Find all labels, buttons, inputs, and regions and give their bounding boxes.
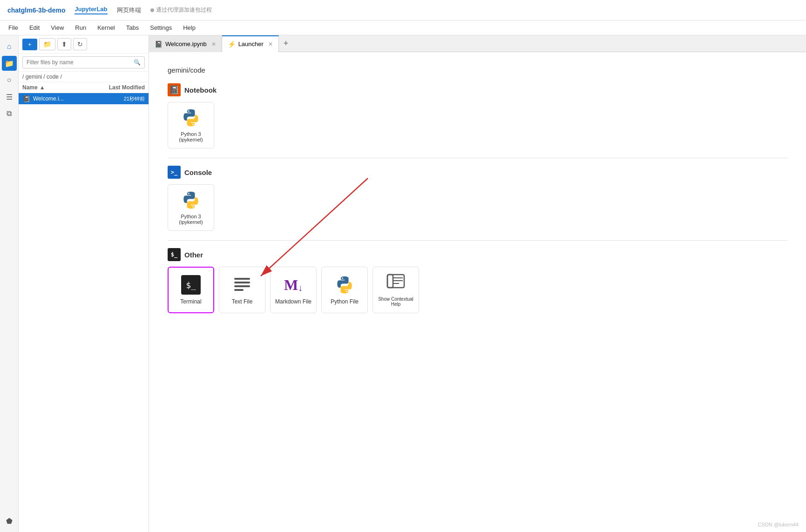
card-python3-notebook-label: Python 3(ipykernel) bbox=[179, 131, 203, 142]
file-row[interactable]: 📓 Welcome.i... 21秒钟前 bbox=[19, 93, 149, 104]
card-contextual-help[interactable]: Show Contextual Help bbox=[373, 267, 419, 313]
annotation-container: $_ Terminal Text F bbox=[168, 267, 787, 313]
card-python3-console[interactable]: Python 3(ipykernel) bbox=[168, 184, 214, 231]
main-layout: ⌂ 📁 ○ ☰ ⧉ ⬟ + + 📁 ⬆ ↻ 🔍 / gemini / code … bbox=[0, 35, 806, 532]
svg-rect-4 bbox=[234, 285, 250, 287]
tab-jupyterlab[interactable]: JupyterLab bbox=[75, 6, 107, 14]
tab-welcome-label: Welcome.ipynb bbox=[165, 40, 207, 47]
notebook-section-label: Notebook bbox=[184, 86, 217, 94]
file-name: Welcome.i... bbox=[33, 95, 103, 102]
tab-webterminal[interactable]: 网页终端 bbox=[117, 6, 141, 14]
menu-kernel[interactable]: Kernel bbox=[93, 22, 120, 33]
sidebar-icon-circle[interactable]: ○ bbox=[2, 73, 17, 88]
notebook-cards: Python 3(ipykernel) bbox=[168, 102, 787, 148]
card-text-file[interactable]: Text File bbox=[219, 267, 265, 313]
add-tab-button[interactable]: + bbox=[279, 39, 293, 48]
card-markdown-file-label: Markdown File bbox=[275, 298, 312, 305]
status-dot bbox=[150, 8, 154, 12]
card-python3-console-label: Python 3(ipykernel) bbox=[179, 214, 203, 225]
sidebar-icon-puzzle[interactable]: ⧉ bbox=[2, 106, 17, 121]
menu-tabs[interactable]: Tabs bbox=[122, 22, 143, 33]
search-bar: 🔍 bbox=[19, 54, 149, 72]
app-name: chatglm6-3b-demo bbox=[7, 7, 65, 14]
file-list: 📓 Welcome.i... 21秒钟前 bbox=[19, 93, 149, 532]
other-cards: $_ Terminal Text F bbox=[168, 267, 787, 313]
tab-welcome[interactable]: 📓 Welcome.ipynb ✕ bbox=[149, 35, 222, 52]
divider-other bbox=[168, 240, 787, 241]
console-section-icon: >_ bbox=[168, 166, 181, 179]
menu-view[interactable]: View bbox=[46, 22, 68, 33]
text-file-icon bbox=[232, 275, 252, 295]
card-terminal[interactable]: $_ Terminal bbox=[168, 267, 214, 313]
menu-run[interactable]: Run bbox=[70, 22, 91, 33]
tab-launcher-label: Launcher bbox=[238, 40, 264, 47]
search-input[interactable] bbox=[27, 59, 129, 66]
card-python3-notebook[interactable]: Python 3(ipykernel) bbox=[168, 102, 214, 148]
card-python-file-label: Python File bbox=[331, 298, 359, 305]
tab-launcher[interactable]: ⚡ Launcher ✕ bbox=[222, 35, 279, 52]
section-notebook: 📓 Notebook bbox=[168, 83, 787, 96]
tab-welcome-close[interactable]: ✕ bbox=[211, 41, 216, 47]
card-python-file[interactable]: Python File bbox=[321, 267, 368, 313]
python-icon-notebook bbox=[181, 108, 201, 128]
file-panel-toolbar: + + 📁 ⬆ ↻ bbox=[19, 35, 149, 54]
other-section-label: Other bbox=[184, 251, 203, 259]
tab-launcher-icon: ⚡ bbox=[228, 40, 236, 48]
plus-icon: + bbox=[28, 41, 32, 48]
contextual-icon-svg bbox=[386, 273, 406, 293]
menu-bar: File Edit View Run Kernel Tabs Settings … bbox=[0, 20, 806, 35]
sidebar-icon-home[interactable]: ⌂ bbox=[2, 39, 17, 54]
title-bar: chatglm6-3b-demo JupyterLab 网页终端 通过代理源加速… bbox=[0, 0, 806, 20]
card-contextual-help-label: Show Contextual Help bbox=[377, 296, 415, 307]
svg-rect-2 bbox=[234, 278, 250, 280]
menu-help[interactable]: Help bbox=[178, 22, 200, 33]
section-other: $_ Other bbox=[168, 248, 787, 261]
card-text-file-label: Text File bbox=[232, 298, 253, 305]
launcher: gemini/code 📓 Notebook Python 3(ipykerne… bbox=[149, 52, 806, 532]
sidebar-icon-list[interactable]: ☰ bbox=[2, 89, 17, 104]
menu-edit[interactable]: Edit bbox=[25, 22, 44, 33]
python-icon-console bbox=[181, 190, 201, 210]
new-file-button[interactable]: + + bbox=[22, 39, 37, 50]
console-section-label: Console bbox=[184, 168, 212, 176]
tab-welcome-icon: 📓 bbox=[155, 40, 163, 48]
text-file-svg bbox=[232, 275, 252, 295]
search-icon: 🔍 bbox=[134, 59, 141, 66]
new-folder-button[interactable]: 📁 bbox=[39, 38, 55, 50]
file-panel: + + 📁 ⬆ ↻ 🔍 / gemini / code / Name ▲ Las… bbox=[19, 35, 149, 532]
notebook-section-icon: 📓 bbox=[168, 83, 181, 96]
launcher-path: gemini/code bbox=[168, 66, 787, 74]
column-name: Name ▲ bbox=[22, 84, 94, 91]
upload-button[interactable]: ⬆ bbox=[57, 38, 71, 50]
terminal-icon: $_ bbox=[181, 275, 201, 295]
svg-rect-5 bbox=[234, 289, 244, 291]
console-cards: Python 3(ipykernel) bbox=[168, 184, 787, 231]
column-modified: Last Modified bbox=[94, 84, 145, 91]
file-list-header: Name ▲ Last Modified bbox=[19, 82, 149, 93]
divider-console bbox=[168, 158, 787, 158]
sidebar-icon-files[interactable]: 📁 bbox=[2, 56, 17, 71]
contextual-help-icon bbox=[386, 273, 406, 293]
breadcrumb: / gemini / code / bbox=[19, 72, 149, 82]
tabs-bar: 📓 Welcome.ipynb ✕ ⚡ Launcher ✕ + bbox=[149, 35, 806, 52]
refresh-button[interactable]: ↻ bbox=[73, 38, 87, 50]
sidebar-icons: ⌂ 📁 ○ ☰ ⧉ ⬟ bbox=[0, 35, 19, 532]
python-file-icon bbox=[335, 275, 354, 295]
content-area: 📓 Welcome.ipynb ✕ ⚡ Launcher ✕ + gemini/… bbox=[149, 35, 806, 532]
other-section-icon: $_ bbox=[168, 248, 181, 261]
file-icon-notebook: 📓 bbox=[22, 95, 30, 102]
svg-rect-3 bbox=[234, 282, 250, 283]
tab-launcher-close[interactable]: ✕ bbox=[268, 41, 273, 47]
section-console: >_ Console bbox=[168, 166, 787, 179]
status-message: 通过代理源加速包过程 bbox=[150, 6, 212, 14]
markdown-icon: M ↓ bbox=[284, 275, 303, 295]
menu-settings[interactable]: Settings bbox=[145, 22, 176, 33]
svg-rect-7 bbox=[387, 275, 393, 288]
menu-file[interactable]: File bbox=[4, 22, 23, 33]
search-input-wrapper[interactable]: 🔍 bbox=[22, 56, 145, 68]
file-modified: 21秒钟前 bbox=[103, 95, 145, 102]
sidebar-icon-book[interactable]: ⬟ bbox=[2, 513, 17, 528]
card-markdown-file[interactable]: M ↓ Markdown File bbox=[270, 267, 317, 313]
card-terminal-label: Terminal bbox=[180, 298, 201, 305]
watermark: CSDN @lukern44 bbox=[758, 522, 799, 527]
